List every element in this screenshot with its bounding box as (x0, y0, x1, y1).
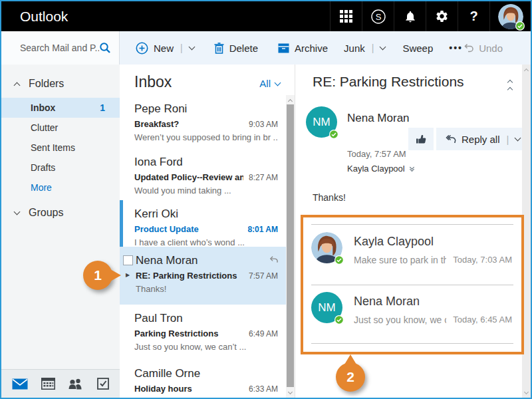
message-sender: Pepe Roni (134, 102, 278, 116)
message-row-unread[interactable]: Kerri Oki Product Update 8:01 AM I have … (120, 200, 286, 247)
sidebar-item-drafts[interactable]: Drafts (1, 158, 120, 178)
outlook-window: Outlook S (0, 0, 532, 399)
sidebar-item-clutter[interactable]: Clutter (1, 118, 120, 138)
collapse-conversation-button[interactable] (508, 78, 512, 92)
reading-pane: RE: Parking Restrictions NM Nena Moran T… (295, 65, 531, 398)
message-time: 8:01 AM (247, 225, 278, 234)
app-launcher-button[interactable] (330, 1, 362, 31)
collapsed-message-kayla[interactable]: Kayla Claypool Make sure to park in the.… (303, 232, 521, 285)
sidebar-item-inbox[interactable]: Inbox 1 (1, 98, 120, 118)
filter-dropdown[interactable]: All (259, 78, 280, 89)
archive-button[interactable]: Archive (278, 43, 328, 54)
message-subject: Product Update (134, 224, 242, 234)
tasks-checkbox-icon (97, 378, 109, 390)
divider (311, 343, 513, 344)
message-subject: RE: Parking Restrictions (136, 271, 243, 281)
chevron-up-icon (14, 82, 21, 88)
top-bar: Outlook S (1, 1, 531, 31)
folders-header-label: Folders (29, 78, 64, 90)
recipient-name: Kayla Claypool (347, 164, 405, 174)
message-recipient[interactable]: Kayla Claypool (347, 164, 414, 174)
account-button[interactable] (489, 1, 531, 31)
new-button-label: New (154, 43, 174, 54)
undo-button-label: Undo (479, 43, 503, 54)
message-subject: Holiday hours (134, 384, 243, 394)
scroll-down-arrow[interactable] (286, 388, 295, 398)
unread-indicator-bar (120, 200, 123, 247)
search-input[interactable]: Search Mail and P... (1, 31, 120, 65)
message-subject: Updated Policy--Review and... (134, 172, 243, 182)
collapsed-time: Today, 7:03 AM (453, 255, 512, 265)
message-sender: Iona Ford (134, 156, 278, 169)
undo-arrow-icon (464, 43, 474, 53)
message-body: Thanks! (313, 192, 346, 203)
collapsed-message-nena[interactable]: NM Nena Moran Just so you know, we can’t… (303, 292, 521, 345)
new-button[interactable]: New (136, 42, 174, 55)
replied-arrow-icon (268, 255, 279, 265)
message-row[interactable]: Paul Tron Parking Restrictions 6:49 AM J… (120, 305, 286, 360)
mail-envelope-icon (12, 378, 28, 390)
notifications-button[interactable] (394, 1, 426, 31)
calendar-module-button[interactable] (41, 378, 55, 390)
message-sender: Kerri Oki (134, 207, 278, 221)
collapsed-sender-name: Kayla Claypool (354, 235, 434, 249)
search-placeholder: Search Mail and P... (20, 43, 99, 53)
scrollbar-thumb[interactable] (287, 104, 294, 387)
message-sender: Paul Tron (134, 312, 278, 325)
message-list: Pepe Roni Breakfast? 9:03 AM Weren’t you… (120, 95, 286, 398)
folders-section-toggle[interactable]: Folders (1, 65, 120, 98)
message-preview: Would you mind taking ... (134, 186, 278, 196)
scroll-up-arrow[interactable] (522, 65, 531, 74)
scroll-up-arrow[interactable] (286, 95, 295, 104)
svg-text:S: S (375, 11, 381, 21)
reply-all-button[interactable]: Reply all | (436, 128, 528, 150)
callout-number: 1 (94, 267, 102, 283)
app-launcher-grid-icon (340, 10, 353, 23)
message-row[interactable]: Pepe Roni Breakfast? 9:03 AM Weren’t you… (120, 95, 286, 148)
tasks-module-button[interactable] (97, 378, 109, 390)
toolbar-separator: | (372, 43, 374, 53)
message-row-selected[interactable]: Nena Moran ▶ RE: Parking Restrictions 7:… (120, 247, 286, 305)
archive-button-label: Archive (295, 43, 328, 54)
sender-avatar: NM (306, 106, 337, 138)
scroll-down-arrow[interactable] (522, 388, 531, 398)
mail-module-button[interactable] (12, 378, 28, 390)
people-module-button[interactable] (68, 378, 84, 390)
message-row[interactable]: Camille Orne Holiday hours 6:33 AM Hours… (120, 360, 286, 398)
message-preview: Just so you know, we can’t ... (134, 342, 278, 352)
search-icon (99, 42, 111, 54)
sweep-button-label: Sweep (402, 43, 433, 54)
collapsed-preview: Just so you know, we can’t... (354, 315, 446, 325)
callout-highlight-box: Kayla Claypool Make sure to park in the.… (301, 215, 524, 354)
more-commands-button[interactable]: ••• (449, 43, 463, 53)
sidebar-item-more[interactable]: More (1, 178, 120, 198)
like-button[interactable] (408, 128, 434, 150)
sweep-button[interactable]: Sweep (402, 43, 433, 54)
chevron-down-icon (275, 79, 281, 86)
sidebar-item-label: Inbox (31, 102, 55, 113)
list-scrollbar[interactable] (286, 95, 295, 398)
junk-dropdown-chevron-icon[interactable] (380, 44, 386, 51)
settings-button[interactable] (426, 1, 458, 31)
online-status-badge (329, 130, 338, 139)
message-row[interactable]: Iona Ford Updated Policy--Review and... … (120, 148, 286, 200)
delete-button[interactable]: Delete (214, 43, 258, 54)
reply-all-icon (444, 134, 456, 144)
message-preview: I have a client who’s wond ... (134, 237, 278, 247)
sidebar-item-sent-items[interactable]: Sent Items (1, 138, 120, 158)
new-dropdown-chevron-icon[interactable] (188, 44, 195, 51)
groups-section-toggle[interactable]: Groups (1, 198, 120, 227)
mail-toolbar: New | Delete (120, 31, 531, 65)
command-bar: Search Mail and P... New | (1, 31, 531, 65)
junk-button[interactable]: Junk (344, 43, 365, 54)
message-checkbox[interactable] (123, 255, 133, 265)
undo-button[interactable]: Undo (464, 43, 503, 54)
message-list-pane: Inbox All Pepe Roni Breakfast? 9:03 AM W… (120, 65, 295, 398)
conversation-subject: RE: Parking Restrictions (313, 74, 497, 90)
expand-conversation-icon[interactable]: ▶ (126, 272, 130, 278)
skype-button[interactable]: S (362, 1, 394, 31)
reply-options-chevron-icon[interactable] (515, 135, 521, 142)
button-separator: | (507, 134, 509, 145)
online-status-badge (334, 315, 344, 325)
help-button[interactable]: ? (458, 1, 489, 31)
